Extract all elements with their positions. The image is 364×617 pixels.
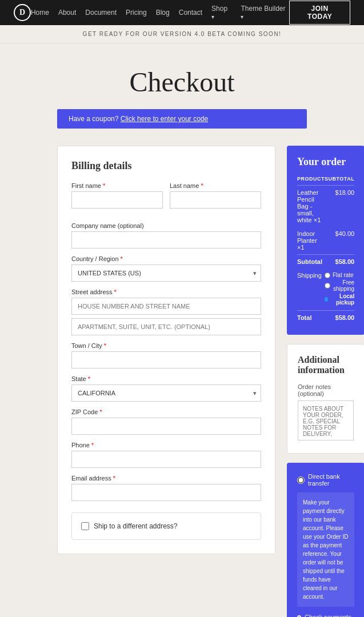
street-input[interactable] [71, 298, 261, 315]
first-name-input[interactable] [71, 191, 163, 209]
additional-card: Additional information Order notes (opti… [287, 344, 364, 454]
item-name-1: Leather Pencil Bag - small, white ×1 [297, 186, 325, 227]
payment-card: Direct bank transfer Make your payment d… [287, 463, 364, 617]
shipping-local: Local pickup [325, 293, 354, 306]
payment-bank-label: Direct bank transfer [308, 473, 354, 487]
last-name-label: Last name * [170, 182, 261, 189]
nav-home[interactable]: Home [31, 9, 49, 17]
order-table: PRODUCT SUBTOTAL Leather Pencil Bag - sm… [297, 176, 354, 324]
ship-different-label: Ship to a different address? [94, 522, 178, 530]
shipping-free: Free shipping [325, 279, 354, 292]
checkout-layout: Billing details First name * Last name *… [0, 146, 364, 617]
email-label: Email address * [71, 475, 261, 482]
ship-different-card: Ship to a different address? [71, 512, 261, 540]
state-select-wrap: CALIFORNIA [71, 384, 261, 402]
payment-bank-radio[interactable] [297, 476, 305, 484]
state-group: State * CALIFORNIA [71, 375, 261, 402]
shipping-free-label: Free shipping [333, 279, 354, 292]
street-label: Street address * [71, 289, 261, 295]
shipping-label: Shipping [297, 269, 325, 311]
order-card: Your order PRODUCT SUBTOTAL Leather Penc… [287, 146, 364, 335]
promo-banner: GET READY FOR OUR VERSION 4.0 BETA COMIN… [0, 25, 364, 43]
ship-different-checkbox[interactable] [81, 522, 89, 530]
col-subtotal: SUBTOTAL [325, 176, 354, 186]
shipping-flat-label: Flat rate [333, 272, 354, 278]
payment-bank-option: Direct bank transfer [297, 473, 354, 487]
company-input[interactable] [71, 231, 261, 249]
item-name-2: Indoor Planter ×1 [297, 227, 325, 255]
notes-label: Order notes (optional) [298, 383, 354, 397]
subtotal-value: $58.00 [325, 255, 354, 269]
shipping-free-radio[interactable] [325, 283, 330, 289]
state-select[interactable]: CALIFORNIA [71, 384, 261, 402]
first-name-group: First name * [71, 182, 163, 209]
apt-input[interactable] [71, 318, 261, 335]
company-group: Company name (optional) [71, 222, 261, 249]
nav-contact[interactable]: Contact [179, 9, 202, 17]
logo[interactable]: D [14, 4, 31, 21]
country-select[interactable]: UNITED STATES (US) [71, 265, 261, 282]
country-group: Country / Region * UNITED STATES (US) [71, 255, 261, 282]
state-label: State * [71, 375, 261, 382]
name-row: First name * Last name * [71, 182, 261, 215]
navigation: D Home About Document Pricing Blog Conta… [0, 0, 364, 25]
page-title-area: Checkout [0, 43, 364, 109]
billing-title: Billing details [71, 160, 261, 172]
phone-group: Phone * [71, 442, 261, 468]
city-label: Town / City * [71, 342, 261, 349]
last-name-group: Last name * [170, 182, 261, 209]
billing-card: Billing details First name * Last name *… [57, 146, 275, 554]
page-title: Checkout [11, 66, 353, 98]
shipping-row: Shipping Flat rate Free shipping [297, 269, 354, 311]
total-label: Total [297, 311, 325, 325]
nav-document[interactable]: Document [85, 9, 117, 17]
total-value: $58.00 [325, 311, 354, 325]
order-title: Your order [297, 156, 354, 168]
last-name-input[interactable] [170, 191, 261, 209]
zip-input[interactable] [71, 418, 261, 435]
street-group: Street address * [71, 289, 261, 335]
nav-join-button[interactable]: JOIN TODAY [289, 1, 350, 25]
email-input[interactable] [71, 484, 261, 501]
company-label: Company name (optional) [71, 222, 261, 229]
payment-description: Make your payment directly into our bank… [297, 492, 354, 607]
item-price-2: $40.00 [325, 227, 354, 255]
shipping-options-cell: Flat rate Free shipping Local pickup [325, 269, 354, 311]
nav-shop[interactable]: Shop [211, 5, 231, 21]
additional-title: Additional information [298, 355, 354, 375]
order-item-1: Leather Pencil Bag - small, white ×1 $18… [297, 186, 354, 227]
banner-text: GET READY FOR OUR VERSION 4.0 BETA COMIN… [83, 31, 282, 37]
order-item-2: Indoor Planter ×1 $40.00 [297, 227, 354, 255]
shipping-flat-radio[interactable] [325, 273, 330, 278]
zip-label: ZIP Code * [71, 408, 261, 415]
nav-blog[interactable]: Blog [156, 9, 170, 17]
country-label: Country / Region * [71, 255, 261, 262]
item-price-1: $18.00 [325, 186, 354, 227]
coupon-bar: Have a coupon? Click here to enter your … [57, 109, 307, 129]
payment-check-option: Check payments [297, 614, 354, 617]
coupon-text: Have a coupon? [69, 115, 118, 123]
payment-check-bullet [297, 615, 301, 618]
subtotal-row: Subtotal $58.00 [297, 255, 354, 269]
phone-input[interactable] [71, 451, 261, 468]
email-group: Email address * [71, 475, 261, 501]
nav-pricing[interactable]: Pricing [126, 9, 147, 17]
coupon-link[interactable]: Click here to enter your code [121, 115, 208, 123]
city-input[interactable] [71, 351, 261, 368]
first-name-label: First name * [71, 182, 163, 189]
payment-check-label: Check payments [305, 614, 351, 617]
order-notes-textarea[interactable] [298, 400, 354, 440]
col-product: PRODUCT [297, 176, 325, 186]
shipping-flat: Flat rate [325, 272, 354, 278]
right-column: Your order PRODUCT SUBTOTAL Leather Penc… [287, 146, 364, 617]
zip-group: ZIP Code * [71, 408, 261, 435]
shipping-local-bullet [325, 297, 328, 302]
city-group: Town / City * [71, 342, 261, 368]
nav-theme-builder[interactable]: Theme Builder [241, 5, 289, 21]
nav-about[interactable]: About [58, 9, 76, 17]
phone-label: Phone * [71, 442, 261, 448]
total-row: Total $58.00 [297, 311, 354, 325]
country-select-wrap: UNITED STATES (US) [71, 265, 261, 282]
shipping-local-label: Local pickup [330, 293, 355, 306]
subtotal-label: Subtotal [297, 255, 325, 269]
